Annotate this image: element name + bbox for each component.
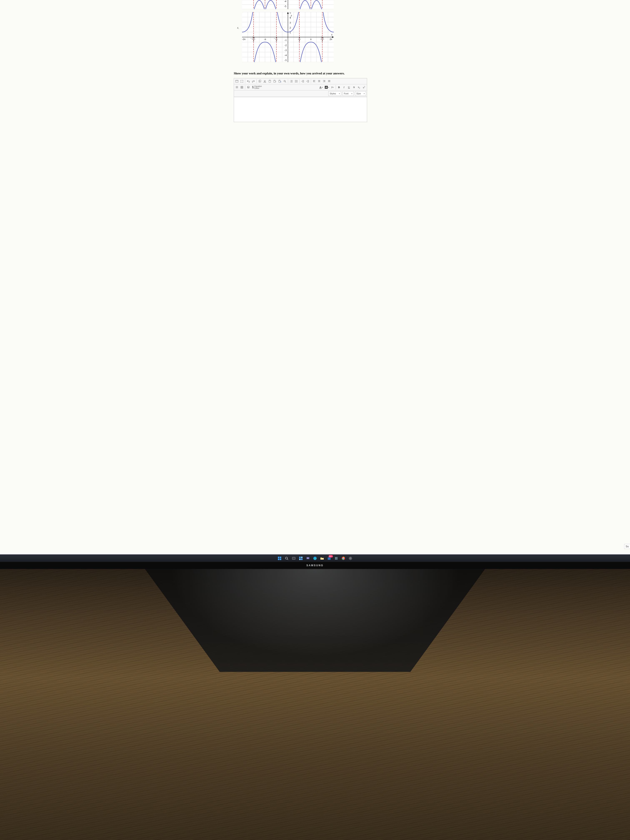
text-color-button[interactable]: A▾ <box>319 85 324 90</box>
chart-partial-top: -4 -5 <box>242 0 334 9</box>
redo-button[interactable] <box>251 79 256 84</box>
svg-marker-116 <box>306 81 307 82</box>
svg-rect-93 <box>279 80 280 81</box>
align-left-button[interactable] <box>312 79 316 84</box>
table-button[interactable] <box>240 85 244 90</box>
svg-rect-139 <box>280 557 281 558</box>
chart-sec: 543 21 -1-2 -3-4 -5 y x -2π -π π 2π -3π <box>242 12 334 62</box>
superscript-button[interactable]: x2 <box>362 85 366 90</box>
undo-button[interactable] <box>246 79 251 84</box>
strike-button[interactable]: S <box>352 85 356 90</box>
svg-rect-145 <box>292 557 295 559</box>
svg-rect-153 <box>321 558 324 560</box>
svg-rect-81 <box>235 80 238 82</box>
align-right-button[interactable] <box>322 79 327 84</box>
svg-text:-: - <box>251 37 251 40</box>
bulleted-list-button[interactable] <box>294 79 298 84</box>
svg-line-143 <box>287 559 288 560</box>
svg-text:2: 2 <box>322 39 323 42</box>
explorer-icon[interactable] <box>320 556 324 561</box>
monitor-bezel: SAMSUNG <box>0 562 630 569</box>
rich-text-editor: T W 123 Ω Σ <box>234 78 367 122</box>
find-button[interactable] <box>283 79 287 84</box>
svg-text:-3: -3 <box>284 49 287 52</box>
copy-button[interactable] <box>257 79 262 84</box>
svg-rect-158 <box>336 557 337 558</box>
svg-line-171 <box>349 559 350 560</box>
svg-text:-2: -2 <box>284 44 287 47</box>
indent-button[interactable] <box>305 79 310 84</box>
cut-button[interactable] <box>262 79 267 84</box>
outdent-button[interactable] <box>300 79 305 84</box>
svg-line-170 <box>351 559 352 560</box>
bg-color-button[interactable]: A▾ <box>324 85 330 90</box>
svg-point-164 <box>350 558 351 559</box>
svg-rect-149 <box>301 559 303 560</box>
svg-line-172 <box>351 557 352 557</box>
svg-text:-π: -π <box>264 38 266 41</box>
svg-text:3π: 3π <box>252 36 255 39</box>
align-justify-button[interactable] <box>327 79 332 84</box>
chrome-icon[interactable] <box>341 556 346 561</box>
svg-point-151 <box>308 557 308 558</box>
svg-text:3: 3 <box>290 21 291 24</box>
settings-icon[interactable] <box>348 556 352 561</box>
svg-text:2: 2 <box>299 39 300 42</box>
svg-text:2: 2 <box>253 39 254 42</box>
question-number: 4. <box>237 27 239 29</box>
svg-rect-133 <box>241 86 243 88</box>
font-combo[interactable]: Font▾ <box>343 91 354 96</box>
chat-icon[interactable] <box>306 556 310 561</box>
align-center-button[interactable] <box>317 79 322 84</box>
svg-point-95 <box>284 81 286 82</box>
editor-body[interactable] <box>234 97 367 122</box>
svg-marker-112 <box>302 81 302 82</box>
underline-button[interactable]: U <box>347 85 351 90</box>
edge-icon[interactable] <box>313 556 317 561</box>
widgets-icon[interactable] <box>299 556 303 561</box>
source-button[interactable] <box>235 79 239 84</box>
remove-format-button[interactable]: I✕ <box>330 85 335 90</box>
side-button[interactable]: Su <box>624 544 630 549</box>
svg-line-96 <box>285 82 286 82</box>
svg-rect-148 <box>299 559 301 560</box>
svg-text:-2π: -2π <box>242 38 245 41</box>
svg-rect-88 <box>269 80 270 81</box>
special-char-button[interactable]: Ω <box>246 85 251 90</box>
svg-text:2: 2 <box>290 26 291 29</box>
paste-text-button[interactable]: T <box>273 79 277 84</box>
desk-surface <box>0 569 630 840</box>
svg-point-163 <box>343 558 344 559</box>
toolbar-row-1: T W 123 <box>234 78 367 84</box>
numbered-list-button[interactable]: 123 <box>289 79 294 84</box>
search-icon[interactable] <box>284 556 289 561</box>
paste-word-button[interactable]: W <box>278 79 282 84</box>
size-combo[interactable]: Size▾ <box>355 91 366 96</box>
svg-text:-5: -5 <box>284 5 286 8</box>
subscript-button[interactable]: x2 <box>357 85 361 90</box>
styles-combo[interactable]: Styles▾ <box>328 91 341 96</box>
toolbar-row-3: Styles▾ Font▾ Size▾ <box>234 90 367 97</box>
svg-text:3π: 3π <box>321 36 324 39</box>
italic-button[interactable]: I <box>342 85 346 90</box>
paste-button[interactable] <box>267 79 272 84</box>
svg-rect-147 <box>301 557 303 558</box>
svg-point-142 <box>286 557 287 559</box>
svg-rect-90 <box>274 80 275 81</box>
hr-button[interactable] <box>235 85 239 90</box>
maximize-button[interactable] <box>240 79 244 84</box>
store-icon[interactable]: 99+ <box>327 556 331 561</box>
bold-button[interactable]: B <box>337 85 341 90</box>
svg-text:x: x <box>331 33 333 36</box>
equation-editor-button[interactable]: Σ EquationEditor <box>251 85 263 90</box>
svg-text:1: 1 <box>290 31 291 34</box>
app-icon[interactable] <box>334 556 338 561</box>
svg-text:-4: -4 <box>284 0 286 3</box>
svg-rect-140 <box>278 559 279 560</box>
svg-rect-146 <box>299 557 301 558</box>
svg-text:T: T <box>275 81 276 82</box>
svg-text:-5: -5 <box>284 59 287 62</box>
svg-rect-84 <box>259 80 261 82</box>
start-icon[interactable] <box>278 556 282 561</box>
taskview-icon[interactable] <box>292 556 296 561</box>
